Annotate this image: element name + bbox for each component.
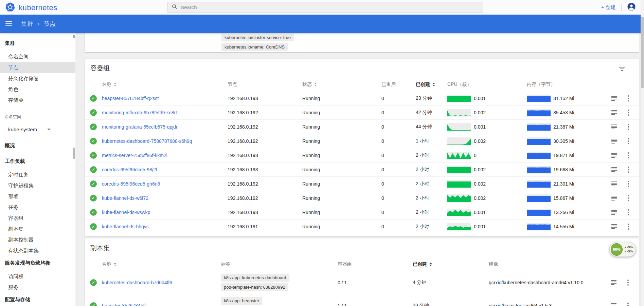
logs-icon[interactable]: [611, 196, 617, 200]
sidebar-item[interactable]: 节点: [0, 62, 75, 73]
sidebar-item[interactable]: 有状态副本集: [0, 245, 75, 256]
pod-node: 192.168.0.193: [228, 167, 302, 172]
sidebar-item[interactable]: 部署: [0, 191, 75, 202]
search-input[interactable]: [181, 4, 479, 10]
pod-cpu-value: 0.002: [474, 167, 486, 172]
chevron-down-icon: [47, 129, 51, 130]
sparkline-chart: [527, 137, 551, 145]
sidebar-scrollbar[interactable]: [73, 33, 75, 306]
pod-status: Running: [302, 138, 381, 144]
sparkline-chart: [527, 166, 551, 173]
status-ok-icon: ✓: [90, 123, 97, 130]
pod-node: 192.168.0.192: [228, 195, 302, 201]
sidebar-header-cluster: 集群: [0, 38, 75, 49]
sidebar-item[interactable]: 持久化存储卷: [0, 73, 75, 84]
sidebar-item[interactable]: 访问权: [0, 271, 75, 282]
more-menu-icon[interactable]: [627, 180, 630, 188]
more-menu-icon[interactable]: [627, 137, 630, 145]
pod-name-link[interactable]: monitoring-influxdb-9b78f5fd9-kn8rt: [102, 110, 177, 115]
user-account-icon[interactable]: [627, 2, 636, 13]
speed-monitor-widget[interactable]: 60% 0K/s 0K/s: [609, 242, 636, 257]
logs-icon[interactable]: [611, 210, 617, 215]
replicaset-name-link[interactable]: kubernetes-dashboard-b7d6d4ff6: [102, 280, 172, 285]
brand[interactable]: kubernetes: [5, 2, 57, 14]
replicaset-created: 4 分钟: [413, 280, 489, 286]
sidebar-item[interactable]: 定时任务: [0, 169, 75, 180]
column-header-node: 节点: [228, 81, 302, 88]
column-header-name[interactable]: 名称: [102, 261, 221, 267]
pod-cpu-value: 0.002: [474, 195, 486, 201]
more-menu-icon[interactable]: [627, 209, 630, 216]
pod-status: Running: [302, 195, 381, 201]
pod-name-link[interactable]: kubernetes-dashboard-7588787688-s6h9q: [102, 138, 192, 144]
sidebar-item[interactable]: 存储类: [0, 95, 75, 106]
pods-table-header: 名称 节点 状态 已重启 已创建 CPU（核） 内存（字节）: [85, 78, 639, 91]
pod-created: 2 小时: [416, 181, 447, 187]
more-menu-icon[interactable]: [627, 109, 630, 116]
pods-card: 容器组 名称 节点 状态 已重启: [85, 59, 639, 236]
more-menu-icon[interactable]: [627, 123, 630, 131]
logs-icon[interactable]: [611, 96, 617, 101]
logs-icon[interactable]: [611, 125, 617, 129]
namespace-selector[interactable]: kube-system: [0, 124, 75, 135]
more-menu-icon[interactable]: [627, 152, 630, 159]
breadcrumb-section[interactable]: 集群: [21, 20, 33, 28]
search-bar[interactable]: [167, 2, 483, 13]
pod-name-link[interactable]: kube-flannel-ds-hhqvc: [102, 224, 149, 229]
sparkline-chart: [527, 223, 551, 230]
pod-memory-value: 21.387 Mi: [553, 124, 574, 130]
label-chip: kubernetes.io/name: CoreDNS: [221, 43, 288, 51]
column-header-name[interactable]: 名称: [102, 81, 228, 88]
sidebar-item[interactable]: 任务: [0, 202, 75, 213]
pod-node: 192.168.0.192: [228, 124, 302, 130]
sidebar-item[interactable]: 服务: [0, 282, 75, 293]
pod-name-link[interactable]: coredns-695f96dcd5-gh6n8: [102, 181, 160, 187]
column-header-created[interactable]: 已创建: [416, 81, 447, 88]
logs-icon[interactable]: [611, 280, 616, 285]
logs-icon[interactable]: [611, 167, 617, 172]
pod-name-link[interactable]: metrics-server-75d6ff86f-kkm2l: [102, 153, 167, 158]
replicaset-name-link[interactable]: heapster-8576784bff: [102, 303, 146, 306]
sidebar-item-overview[interactable]: 概况: [0, 140, 75, 151]
logs-icon[interactable]: [611, 139, 617, 144]
page-scrollbar[interactable]: [641, 0, 644, 306]
more-menu-icon[interactable]: [627, 279, 629, 286]
sidebar-header-config: 配置与存储: [0, 294, 75, 305]
sidebar-item[interactable]: 守护进程集: [0, 180, 75, 191]
logs-icon[interactable]: [611, 153, 617, 158]
sidebar-item[interactable]: 角色: [0, 84, 75, 95]
status-ok-icon: ✓: [90, 138, 97, 145]
column-header-status[interactable]: 状态: [302, 81, 381, 88]
column-header-created[interactable]: 已创建: [413, 261, 489, 267]
logs-icon[interactable]: [611, 224, 617, 229]
sidebar-item[interactable]: 副本控制器: [0, 234, 75, 245]
pod-cpu-value: 0.001: [474, 224, 486, 229]
sidebar-item[interactable]: 副本集: [0, 224, 75, 234]
pod-name-link[interactable]: monitoring-grafana-65ccfb675-qpjdr: [102, 124, 178, 130]
pod-name-link[interactable]: coredns-695f96dcd5-98j2l: [102, 167, 157, 172]
more-menu-icon[interactable]: [627, 302, 629, 306]
namespace-label: 命名空间: [0, 112, 75, 121]
more-menu-icon[interactable]: [627, 223, 630, 230]
logs-icon[interactable]: [611, 110, 617, 115]
pod-node: 192.168.0.191: [228, 224, 302, 229]
sidebar-item[interactable]: 命名空间: [0, 51, 75, 62]
pod-name-link[interactable]: kube-flannel-ds-wswkp: [102, 210, 150, 215]
more-menu-icon[interactable]: [627, 194, 630, 202]
create-button[interactable]: + 创建: [601, 4, 616, 11]
menu-icon[interactable]: [5, 21, 12, 26]
sidebar-item[interactable]: 容器组: [0, 213, 75, 224]
sparkline-chart: [447, 137, 471, 145]
filter-icon[interactable]: [619, 66, 625, 72]
sparkline-chart: [447, 166, 471, 173]
scrollbar-thumb[interactable]: [641, 17, 644, 88]
download-arrow-icon: [624, 251, 626, 252]
logs-icon[interactable]: [611, 303, 616, 306]
pod-name-link[interactable]: heapster-8576784bff-q2sst: [102, 96, 159, 101]
pod-name-link[interactable]: kube-flannel-ds-w6l72: [102, 195, 148, 201]
status-ok-icon: ✓: [90, 180, 97, 187]
replicasets-card: 副本集 名称 标签 容器组 已创建 镜像 ✓kubernetes-dashboa…: [85, 238, 639, 306]
more-menu-icon[interactable]: [627, 166, 630, 173]
more-menu-icon[interactable]: [627, 95, 630, 102]
logs-icon[interactable]: [611, 181, 617, 186]
